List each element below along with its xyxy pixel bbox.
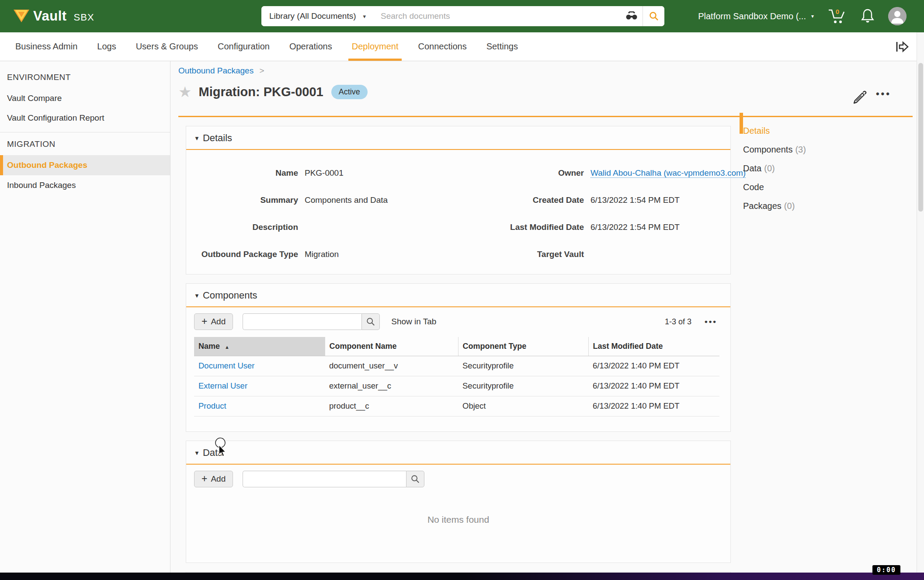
tab-connections[interactable]: Connections	[418, 32, 466, 61]
advanced-search-icon[interactable]	[621, 6, 643, 26]
field-label-name: Name	[194, 168, 298, 178]
sidebar-item-inbound-packages[interactable]: Inbound Packages	[0, 175, 170, 195]
breadcrumb: Outbound Packages >	[178, 66, 264, 76]
component-link-document-user[interactable]: Document User	[198, 361, 255, 370]
tab-settings[interactable]: Settings	[486, 32, 518, 61]
favorite-star-icon[interactable]: ★	[178, 84, 191, 99]
search-submit-button[interactable]	[643, 6, 664, 26]
components-section-title: Components	[203, 290, 257, 301]
edit-button[interactable]	[852, 90, 867, 105]
vault-admin-screen: Vault SBX Library (All Documents) ▾	[0, 0, 924, 580]
right-nav-active-indicator	[740, 113, 743, 134]
data-section: ▼ Data + Add	[186, 441, 731, 563]
chevron-down-icon: ▾	[363, 13, 366, 20]
cart-button[interactable]: 0	[827, 7, 847, 25]
collapse-triangle-icon[interactable]: ▼	[194, 135, 200, 142]
data-empty-message: No items found	[194, 514, 723, 525]
data-search	[243, 471, 424, 487]
bell-icon	[860, 8, 875, 24]
anchor-code[interactable]: Code	[743, 178, 913, 197]
breadcrumb-outbound-packages-link[interactable]: Outbound Packages	[178, 66, 254, 75]
scrollbar-thumb[interactable]	[918, 63, 923, 212]
components-add-button[interactable]: + Add	[194, 313, 233, 330]
tab-deployment[interactable]: Deployment	[352, 32, 399, 61]
sidebar-item-vault-compare[interactable]: Vault Compare	[0, 88, 170, 108]
anchor-details[interactable]: Details	[743, 122, 913, 140]
tab-logs[interactable]: Logs	[97, 32, 116, 61]
show-in-tab-link[interactable]: Show in Tab	[391, 317, 436, 326]
search-icon	[649, 11, 659, 21]
components-section: ▼ Components + Add	[186, 283, 731, 432]
avatar	[888, 7, 907, 25]
sidebar-section-migration: MIGRATION	[0, 136, 170, 155]
cell-component-type: Object	[458, 396, 588, 416]
chevron-down-icon: ▾	[811, 13, 814, 19]
notifications-button[interactable]	[860, 8, 875, 24]
tab-users-groups[interactable]: Users & Groups	[136, 32, 198, 61]
section-rule	[186, 149, 730, 150]
vertical-scrollbar[interactable]	[917, 32, 924, 573]
column-header-component-name[interactable]: Component Name	[325, 337, 458, 356]
field-value-last-modified-date: 6/13/2022 1:54 PM EDT	[591, 222, 746, 232]
components-search-input[interactable]	[243, 313, 361, 330]
exit-admin-button[interactable]	[893, 38, 910, 55]
anchor-components[interactable]: Components(3)	[743, 140, 913, 159]
cell-component-name: external_user__c	[325, 376, 458, 396]
vault-selector-dropdown[interactable]: Platform Sandbox Demo (... ▾	[698, 11, 814, 21]
anchor-packages[interactable]: Packages(0)	[743, 197, 913, 215]
field-value-name: PKG-0001	[305, 168, 459, 178]
tab-operations[interactable]: Operations	[289, 32, 332, 61]
header-right-cluster: Platform Sandbox Demo (... ▾ 0	[698, 0, 907, 32]
breadcrumb-separator: >	[259, 66, 264, 75]
column-header-last-modified-date[interactable]: Last Modified Date	[588, 337, 719, 356]
data-add-button[interactable]: + Add	[194, 471, 233, 487]
cart-icon: 0	[827, 7, 847, 25]
data-section-header: ▼ Data	[194, 447, 723, 458]
sidebar-divider	[0, 132, 170, 132]
data-search-input[interactable]	[243, 471, 406, 487]
anchor-data[interactable]: Data(0)	[743, 159, 913, 178]
pencil-icon	[852, 90, 867, 105]
vault-v-icon	[13, 9, 30, 23]
vault-logo[interactable]: Vault SBX	[13, 8, 94, 24]
components-toolbar: + Add Show in Tab	[194, 313, 723, 330]
components-pagination: 1-3 of 3	[665, 317, 691, 326]
components-search	[243, 313, 380, 330]
more-actions-button[interactable]: •••	[876, 88, 891, 100]
record-title-row: ★ Migration: PKG-0001 Active	[178, 80, 368, 103]
tab-configuration[interactable]: Configuration	[218, 32, 270, 61]
field-value-outbound-package-type: Migration	[305, 250, 459, 259]
search-icon	[366, 317, 375, 326]
components-table: Name ▲ Component Name Component Type Las…	[194, 337, 719, 417]
data-search-button[interactable]	[406, 471, 424, 487]
field-label-outbound-package-type: Outbound Package Type	[194, 250, 298, 259]
search-scope-dropdown[interactable]: Library (All Documents) ▾	[261, 6, 374, 26]
details-section-header: ▼ Details	[194, 132, 723, 144]
components-search-button[interactable]	[361, 313, 380, 330]
column-header-name[interactable]: Name ▲	[194, 337, 325, 356]
section-anchor-nav: Details Components(3) Data(0) Code Packa…	[743, 122, 913, 215]
data-toolbar: + Add	[194, 471, 723, 487]
sidebar-section-environment: ENVIRONMENT	[0, 69, 170, 88]
collapse-triangle-icon[interactable]: ▼	[194, 292, 200, 299]
collapse-triangle-icon[interactable]: ▼	[194, 450, 200, 456]
details-section: ▼ Details Name PKG-0001 Owner Walid Abou…	[186, 126, 731, 274]
tab-business-admin[interactable]: Business Admin	[15, 32, 77, 61]
owner-link[interactable]: Walid Abou-Chalha (wac-vpmdemo3.com)	[591, 168, 746, 178]
component-link-external-user[interactable]: External User	[198, 381, 247, 390]
column-header-component-type[interactable]: Component Type	[458, 337, 588, 356]
components-table-header-row: Name ▲ Component Name Component Type Las…	[194, 337, 719, 356]
table-row: External User external_user__c Securityp…	[194, 376, 719, 396]
search-input[interactable]	[374, 6, 621, 26]
cell-last-modified: 6/13/2022 1:40 PM EDT	[588, 376, 719, 396]
component-link-product[interactable]: Product	[198, 401, 226, 410]
sidebar-item-outbound-packages[interactable]: Outbound Packages	[0, 155, 170, 175]
exit-arrow-icon	[893, 38, 910, 55]
components-more-button[interactable]: •••	[705, 317, 717, 326]
field-value-created-date: 6/13/2022 1:54 PM EDT	[591, 195, 746, 205]
user-menu-button[interactable]	[888, 7, 907, 25]
recording-progress-bar	[0, 573, 924, 580]
sidebar-item-vault-configuration-report[interactable]: Vault Configuration Report	[0, 108, 170, 128]
admin-tabbar: Business Admin Logs Users & Groups Confi…	[0, 32, 924, 61]
cell-component-type: Securityprofile	[458, 376, 588, 396]
